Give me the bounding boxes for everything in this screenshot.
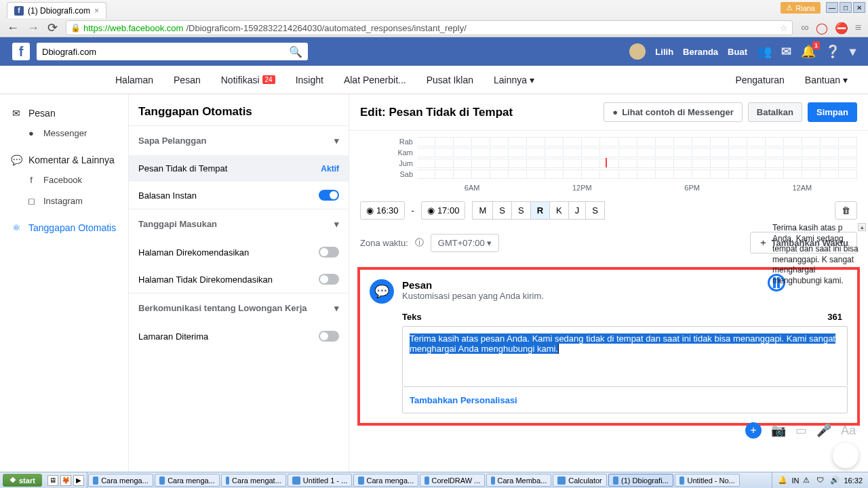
item-balasan-instan[interactable]: Balasan Instan [129,182,349,209]
preview-messenger-button[interactable]: ●Lihat contoh di Messenger [604,102,743,122]
section-lowongan[interactable]: Berkomunikasi tentang Lowongan Kerja▾ [129,293,349,323]
maximize-button[interactable]: □ [840,2,852,13]
delete-button[interactable]: 🗑 [835,201,857,220]
item-pesan-tidak-di-tempat[interactable]: Pesan Tidak di TempatAktif [129,155,349,182]
day-button[interactable]: S [586,201,605,220]
search-icon[interactable]: 🔍 [289,45,302,58]
language-indicator[interactable]: IN [791,476,799,485]
text-icon[interactable]: Aa [841,424,856,438]
day-button[interactable]: R [531,201,550,220]
info-icon[interactable]: ⓘ [415,237,424,249]
gif-icon[interactable]: ▭ [795,423,807,438]
tray-icon[interactable]: ⚠ [803,476,812,485]
tray-icon[interactable]: 🔔 [778,476,787,485]
day-button[interactable]: S [493,201,512,220]
help-icon[interactable]: ❔ [825,44,840,59]
toggle[interactable] [319,274,339,285]
chrome-profile[interactable]: ⚠ Riana [781,2,821,14]
item-lamaran-diterima[interactable]: Lamaran Diterima [129,323,349,350]
nav-bantuan[interactable]: Bantuan ▾ [805,75,848,85]
day-button[interactable]: K [550,201,569,220]
extension-icon[interactable]: ◯ [816,22,828,35]
nav-alat[interactable]: Alat Penerbit... [344,75,406,85]
time-to[interactable]: ◉17:00 [421,201,466,220]
avatar[interactable] [629,43,646,60]
time-from[interactable]: ◉16:30 [360,201,405,220]
sidebar-tanggapan[interactable]: ⚛Tanggapan Otomatis [0,218,128,237]
notifications-icon[interactable]: 🔔1 [801,44,816,59]
mic-icon[interactable]: 🎤 [816,423,831,438]
toggle[interactable] [319,331,339,342]
schedule-marker [606,158,607,167]
clock[interactable]: 16:32 [844,476,863,485]
user-name[interactable]: Lilih [655,47,673,57]
section-sapa[interactable]: Sapa Pelanggan▾ [129,126,349,155]
extension-icon[interactable]: ⛔ [835,22,848,35]
taskbar-item[interactable]: Cara mengat... [221,474,286,487]
minimize-button[interactable]: — [826,2,838,13]
messenger-icon[interactable]: ✉ [781,44,791,59]
nav-pengaturan[interactable]: Pengaturan [735,75,784,85]
close-button[interactable]: ✕ [853,2,865,13]
day-button[interactable]: J [569,201,587,220]
message-textarea[interactable]: Terima kasih atas pesan Anda. Kami sedan… [402,326,848,387]
item-hal-tidak-direkomendasikan[interactable]: Halaman Tidak Direkomendasikan [129,266,349,293]
taskbar-item[interactable]: Cara menga... [353,474,418,487]
camera-icon[interactable]: 📷 [771,423,786,438]
nav-halaman[interactable]: Halaman [115,75,153,85]
friends-icon[interactable]: 👥 [757,44,772,59]
tray-icon[interactable]: 🔊 [830,476,840,485]
cancel-button[interactable]: Batalkan [748,102,802,122]
add-personalization-link[interactable]: Tambahkan Personalisasi [410,395,517,405]
nav-lainnya[interactable]: Lainnya ▾ [494,75,534,85]
reload-button[interactable]: ⟳ [47,20,58,35]
taskbar-item[interactable]: Cara menga... [88,474,153,487]
sidebar-pesan[interactable]: ✉Pesan [0,104,128,123]
bookmark-icon[interactable]: ☆ [780,23,788,33]
facebook-logo[interactable]: f [12,43,30,60]
toggle[interactable] [319,190,339,201]
sidebar-instagram[interactable]: ◻Instagram [0,190,128,211]
nav-pusat[interactable]: Pusat Iklan [427,75,473,85]
close-icon[interactable]: × [94,6,99,16]
nav-insight[interactable]: Insight [296,75,323,85]
sidebar-messenger[interactable]: ●Messenger [0,123,128,144]
item-hal-direkomendasikan[interactable]: Halaman Direkomendasikan [129,239,349,266]
chat-minimize-button[interactable] [833,443,859,468]
ql-icon[interactable]: ▶ [73,475,84,486]
menu-icon[interactable]: ≡ [855,22,861,35]
taskbar-item[interactable]: CorelDRAW ... [420,474,485,487]
address-bar[interactable]: 🔒 https://web.facebook.com/Dbiograficom-… [66,20,793,35]
tray-icon[interactable]: 🛡 [816,476,826,485]
section-masukan[interactable]: Tanggapi Masukan▾ [129,209,349,239]
save-button[interactable]: Simpan [808,102,857,122]
taskbar-item[interactable]: Calculator [553,474,607,487]
search-box[interactable]: 🔍 [37,43,308,60]
sidebar-facebook[interactable]: fFacebook [0,169,128,190]
back-button[interactable]: ← [7,21,19,35]
day-button[interactable]: M [472,201,493,220]
nav-buat[interactable]: Buat [728,47,747,57]
extension-icon[interactable]: ∞ [801,22,808,35]
taskbar-item[interactable]: Cara Memba... [486,474,551,487]
taskbar-item[interactable]: Untitled - No... [675,474,740,487]
timezone-select[interactable]: GMT+07:00 ▾ [431,234,500,252]
nav-pesan[interactable]: Pesan [174,75,201,85]
start-button[interactable]: ❖ start [3,474,42,487]
ql-icon[interactable]: 🦊 [60,475,71,486]
taskbar-item[interactable]: Untitled 1 - ... [288,474,352,487]
forward-button[interactable]: → [27,21,39,35]
add-button[interactable]: + [745,422,762,439]
nav-notifikasi[interactable]: Notifikasi24 [221,75,275,85]
search-input[interactable] [42,47,289,57]
dropdown-icon[interactable]: ▾ [850,44,856,59]
sidebar-komentar[interactable]: 💬Komentar & Lainnya [0,150,128,169]
ql-icon[interactable]: 🖥 [47,475,58,486]
taskbar-item[interactable]: (1) Dbiografi... [608,474,673,487]
personalization-row: Tambahkan Personalisasi [402,387,848,413]
taskbar-item[interactable]: Cara menga... [155,474,220,487]
day-button[interactable]: S [512,201,531,220]
nav-beranda[interactable]: Beranda [683,47,718,57]
browser-tab[interactable]: f (1) Dbiografi.com × [7,2,106,18]
toggle[interactable] [319,247,339,258]
